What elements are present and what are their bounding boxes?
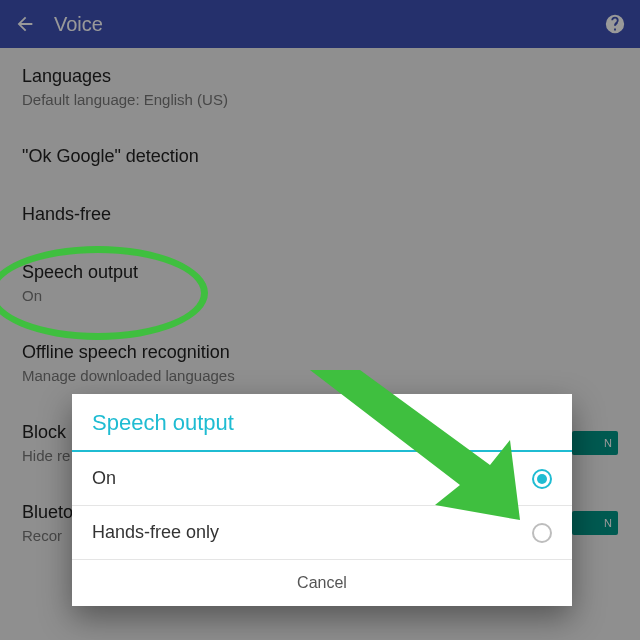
option-on[interactable]: On bbox=[72, 452, 572, 506]
option-hands-free-only[interactable]: Hands-free only bbox=[72, 506, 572, 560]
radio-selected-icon[interactable] bbox=[532, 469, 552, 489]
option-label: On bbox=[92, 468, 116, 489]
option-label: Hands-free only bbox=[92, 522, 219, 543]
dialog-title: Speech output bbox=[72, 394, 572, 450]
settings-screen: Voice Languages Default language: Englis… bbox=[0, 0, 640, 640]
radio-unselected-icon[interactable] bbox=[532, 523, 552, 543]
cancel-button[interactable]: Cancel bbox=[72, 560, 572, 606]
dialog-options: On Hands-free only bbox=[72, 452, 572, 560]
speech-output-dialog: Speech output On Hands-free only Cancel bbox=[72, 394, 572, 606]
